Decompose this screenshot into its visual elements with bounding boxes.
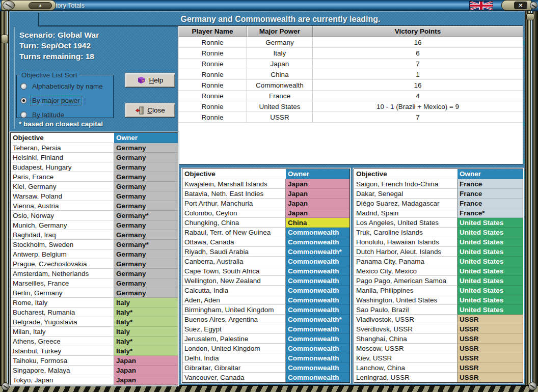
objective-row: Kwajalein, Marshall IslandsJapan — [182, 179, 349, 189]
sort-option-label: By latitude — [31, 110, 66, 119]
sort-option-label: By major power — [31, 96, 82, 105]
scenario-name: Scenario: Global War — [19, 30, 99, 40]
close-icon: ✕ — [514, 2, 527, 9]
victory-table-cell: France — [247, 91, 313, 101]
victory-table-cell: United States — [247, 101, 313, 112]
objective-row: Birmingham, United KingdomCommonwealth — [182, 305, 349, 315]
owner-cell: USSR — [458, 373, 523, 382]
window-close-button[interactable]: ✕ — [501, 0, 532, 11]
owner-cell: Commonwealth — [286, 363, 349, 373]
objective-cell: Canberra, Australia — [182, 257, 286, 266]
objective-cell: Saigon, French Indo-China — [354, 179, 458, 189]
titlebar: Victory Totals ▲ ✕ — [0, 0, 538, 11]
objective-row: Tokyo, JapanJapan — [11, 375, 178, 385]
objective-cell: Tokyo, Japan — [11, 375, 114, 385]
victory-table-cell: Ronnie — [178, 69, 247, 80]
titlebar-left-controls: ▲ — [1, 0, 56, 11]
owner-cell: Italy — [114, 298, 178, 307]
owner-cell: Japan — [286, 189, 349, 199]
objective-cell: Dakar, Senegal — [354, 189, 458, 199]
objective-row: Helsinki, FinlandGermany — [11, 153, 178, 162]
owner-cell: Italy — [114, 327, 178, 337]
objective-cell: Washington, United States — [354, 295, 458, 305]
owner-cell: Japan — [286, 199, 349, 208]
owner-cell: USSR — [458, 353, 523, 363]
objective-cell: Budapest, Hungary — [11, 162, 114, 172]
victory-table-cell: 7 — [313, 59, 523, 69]
exit-door-icon — [135, 106, 144, 115]
close-button[interactable]: Close — [125, 103, 175, 118]
owner-cell: Commonwealth — [286, 305, 349, 315]
objective-cell: Batavia, Neth. East Indies — [182, 189, 286, 199]
objective-row: Honolulu, Hawaiian IslandsUnited States — [354, 237, 523, 247]
owner-cell: Commonwealth — [286, 324, 349, 334]
objective-cell: Colombo, Ceylon — [182, 208, 286, 218]
owner-cell: Commonwealth — [286, 266, 349, 276]
owner-cell: Commonwealth — [286, 353, 349, 363]
objective-cell: Delhi, India — [182, 353, 286, 363]
owner-cell: Germany — [114, 288, 178, 298]
owner-cell: Commonwealth* — [286, 247, 349, 257]
owner-cell: Japan — [286, 179, 349, 189]
sort-option[interactable]: Alphabetically by name — [20, 81, 113, 91]
owner-cell: United States — [458, 266, 523, 276]
objective-row: London, United KingdomCommonwealth — [182, 344, 349, 353]
objective-row: Berlin, GermanyGermany — [11, 288, 178, 298]
objective-cell: Teheran, Persia — [11, 143, 114, 153]
objective-cell: Port Arthur, Manchuria — [182, 199, 286, 208]
sort-option[interactable]: By latitude — [20, 109, 113, 120]
owner-cell: Germany — [114, 220, 178, 230]
screw-icon — [2, 382, 10, 390]
objective-cell: Sverdlovsk, USSR — [354, 324, 458, 334]
victory-table-cell: Ronnie — [178, 59, 247, 69]
radio-icon[interactable] — [20, 111, 27, 118]
owner-cell: France — [458, 189, 523, 199]
objective-row: Chungking, ChinaChina — [182, 218, 349, 228]
objective-cell: Mexico City, Mexico — [354, 266, 458, 276]
objective-cell: Sao Paulo, Brazil — [354, 305, 458, 315]
victory-table-row: RonnieGermany16 — [178, 37, 523, 48]
victory-table-cell: Ronnie — [178, 101, 247, 112]
capital-footnote: * based on closest capital — [19, 120, 103, 128]
objective-row: Kiel, GermanyGermany — [11, 182, 178, 191]
victory-table-cell: 10 - 1 (Brazil + Mexico) = 9 — [313, 101, 523, 112]
objective-row: Munich, GermanyGermany — [11, 220, 178, 230]
objective-row: Istanbul, TurkeyItaly* — [11, 346, 178, 356]
objective-cell: Athens, Greece — [11, 337, 114, 346]
objective-cell: Jerusalem, Palestine — [182, 334, 286, 344]
objective-row: Colombo, CeylonJapan — [182, 208, 349, 218]
objective-cell: Manila, Philippines — [354, 286, 458, 295]
objective-row: Ottawa, CanadaCommonwealth — [182, 237, 349, 247]
sort-option-label: Alphabetically by name — [31, 82, 104, 91]
collapse-up-button[interactable]: ▲ — [29, 2, 52, 9]
objective-row: Diégo Suarez, MadagascarFrance — [354, 199, 523, 208]
owner-cell: United States — [458, 305, 523, 315]
owner-cell: Germany — [114, 249, 178, 259]
objective-cell: Marseilles, France — [11, 278, 114, 288]
owner-cell: France* — [458, 208, 523, 218]
objective-cell: Amsterdam, Netherlands — [11, 269, 114, 278]
owner-cell: USSR — [458, 344, 523, 353]
radio-icon[interactable] — [20, 97, 27, 104]
union-jack-flag-icon — [469, 1, 493, 10]
objective-row: Dutch Harbor, Aleut. IslandsUnited State… — [354, 247, 523, 257]
sort-option[interactable]: By major power — [20, 95, 113, 105]
objective-row: Buenos Aires, ArgentinaCommonwealth* — [182, 315, 349, 324]
help-book-icon: ? — [137, 76, 146, 84]
radio-icon[interactable] — [20, 83, 27, 90]
objective-row: Panama City, PanamaUnited States — [354, 257, 523, 266]
owner-cell: Germany — [114, 153, 178, 162]
objective-cell: Gibraltar, Gibraltar — [182, 363, 286, 373]
owner-cell: France — [458, 179, 523, 189]
victory-table-row: RonnieCommonwealth16 — [178, 80, 523, 91]
help-button[interactable]: ? Help — [125, 73, 175, 88]
objective-row: Milan, ItalyItaly — [11, 327, 178, 337]
objective-list-inner: ObjectiveOwnerTeheran, PersiaGermanyHels… — [10, 132, 178, 385]
owner-cell: Italy* — [114, 307, 178, 317]
owner-cell: Germany — [114, 269, 178, 278]
knob-icon[interactable] — [3, 1, 15, 10]
owner-cell: United States — [458, 228, 523, 237]
objective-cell: Honolulu, Hawaiian Islands — [354, 237, 458, 247]
objective-row: Truk, Caroline IslandsUnited States — [354, 228, 523, 237]
screw-icon — [528, 382, 537, 390]
